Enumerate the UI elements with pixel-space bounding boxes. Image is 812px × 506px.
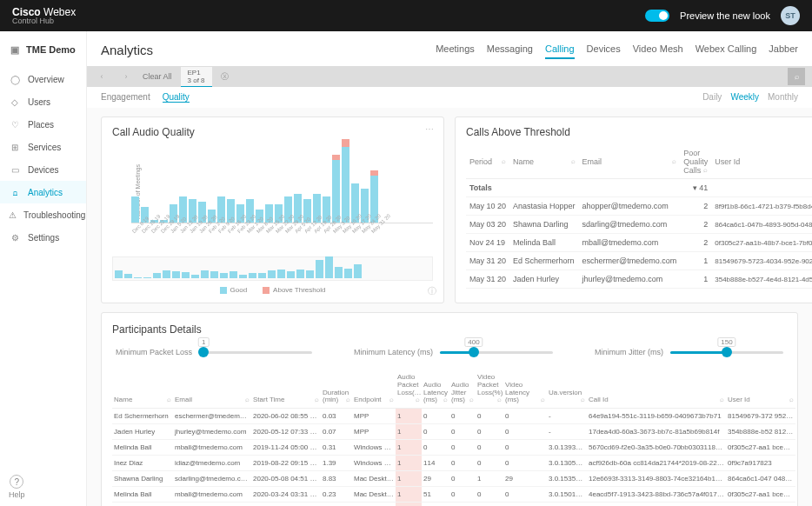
table-row[interactable]: Ed Schermerhorneschermer@tmedemo…2020-06… bbox=[112, 409, 795, 424]
table-row[interactable]: May 03 20Shawna Darlingsdarling@tmedemo.… bbox=[466, 216, 812, 234]
col-header[interactable]: Video Packet Loss(%) ⌕ bbox=[476, 370, 503, 409]
col-header[interactable]: User Id ⌕ bbox=[726, 370, 795, 409]
brand-block: Cisco Webex Control Hub bbox=[12, 6, 76, 25]
col-header[interactable]: Video Latency (ms) ⌕ bbox=[503, 370, 547, 409]
col-header[interactable]: Duration (min) ⌕ bbox=[321, 370, 352, 409]
slider-track[interactable]: 150 bbox=[670, 351, 783, 354]
search-icon[interactable]: ⌕ bbox=[315, 396, 319, 404]
bar[interactable] bbox=[131, 196, 139, 223]
range-daily[interactable]: Daily bbox=[702, 92, 722, 103]
col-header[interactable]: Period⌕ bbox=[466, 145, 509, 179]
table-row[interactable]: Shawna Darlingsdarling@tmedemo.com2020-0… bbox=[112, 503, 795, 506]
slider-track[interactable]: 400 bbox=[440, 351, 553, 354]
sidebar-item-devices[interactable]: ▭Devices bbox=[0, 158, 86, 181]
tab-messaging[interactable]: Messaging bbox=[487, 40, 533, 59]
threshold-table: Period⌕Name⌕Email⌕Poor Quality Calls⌕Use… bbox=[466, 145, 812, 289]
chart-title: Call Audio Quality bbox=[112, 126, 433, 138]
filter-prev-icon[interactable]: ‹ bbox=[94, 72, 110, 81]
chip-remove-icon[interactable]: ⓧ bbox=[221, 71, 229, 83]
search-icon[interactable]: ⌕ bbox=[497, 396, 502, 404]
table-row[interactable]: Nov 24 19Melinda Ballmball@tmedemo.com20… bbox=[466, 234, 812, 252]
col-header[interactable]: Audio Jitter (ms) ⌕ bbox=[449, 370, 476, 409]
preview-label: Preview the new look bbox=[680, 10, 770, 21]
info-icon[interactable]: ⓘ bbox=[428, 285, 436, 297]
col-header[interactable]: Audio Latency (ms) ⌕ bbox=[422, 370, 449, 409]
col-header[interactable]: Endpoint ⌕ bbox=[352, 370, 396, 409]
search-icon[interactable]: ⌕ bbox=[672, 157, 676, 165]
sidebar-item-users[interactable]: ◇Users bbox=[0, 90, 86, 113]
sidebar-item-places[interactable]: ♡Places bbox=[0, 113, 86, 136]
table-row[interactable]: Melinda Ballmball@tmedemo.com2019-11-24 … bbox=[112, 440, 795, 456]
col-header[interactable]: Name ⌕ bbox=[112, 370, 173, 409]
search-icon[interactable]: ⌕ bbox=[389, 396, 394, 404]
col-header[interactable]: Poor Quality Calls⌕ bbox=[680, 145, 711, 179]
search-icon[interactable]: ⌕ bbox=[346, 396, 350, 404]
section-tabs: MeetingsMessagingCallingDevicesVideo Mes… bbox=[436, 40, 798, 59]
search-icon[interactable]: ⌕ bbox=[416, 396, 420, 404]
sidebar-item-services[interactable]: ⊞Services bbox=[0, 136, 86, 158]
card-menu-icon[interactable]: ⋯ bbox=[425, 124, 435, 134]
range-monthly[interactable]: Monthly bbox=[768, 92, 798, 103]
preview-toggle[interactable] bbox=[645, 10, 669, 22]
search-icon[interactable]: ⌕ bbox=[571, 157, 576, 165]
search-icon[interactable]: ⌕ bbox=[541, 396, 545, 404]
col-header[interactable]: Name⌕ bbox=[509, 145, 579, 179]
col-header[interactable]: Call Id ⌕ bbox=[587, 370, 726, 409]
chart-bars[interactable] bbox=[131, 145, 433, 223]
subtab-quality[interactable]: Quality bbox=[163, 92, 190, 103]
help-link[interactable]: ? Help bbox=[9, 475, 25, 499]
tab-meetings[interactable]: Meetings bbox=[436, 40, 475, 59]
search-icon[interactable]: ⌕ bbox=[581, 396, 585, 404]
search-icon[interactable]: ⌕ bbox=[720, 396, 724, 404]
tab-devices[interactable]: Devices bbox=[587, 40, 621, 59]
search-icon[interactable]: ⌕ bbox=[469, 396, 474, 404]
search-icon[interactable]: ⌕ bbox=[502, 157, 506, 165]
table-row[interactable]: May 10 20Anastasia Hopperahopper@tmedemo… bbox=[466, 197, 812, 216]
bar[interactable] bbox=[332, 160, 340, 223]
sidebar-item-analytics[interactable]: ⩍Analytics bbox=[0, 181, 86, 203]
col-header[interactable]: Audio Packet Loss(… ⌕ bbox=[396, 370, 422, 409]
col-header[interactable]: User Id⌕ bbox=[711, 145, 812, 179]
org-name[interactable]: ▣ TME Demo bbox=[0, 40, 86, 68]
search-icon[interactable]: ⌕ bbox=[789, 396, 794, 404]
sidebar: ▣ TME Demo ◯Overview◇Users♡Places⊞Servic… bbox=[0, 31, 87, 506]
table-row[interactable]: Shawna Darlingsdarling@tmedemo.com2020-0… bbox=[112, 471, 795, 487]
col-header[interactable]: Email ⌕ bbox=[173, 370, 251, 409]
col-header[interactable]: Ua.version ⌕ bbox=[547, 370, 587, 409]
search-icon[interactable]: ⌕ bbox=[443, 396, 448, 404]
sidebar-item-overview[interactable]: ◯Overview bbox=[0, 68, 86, 90]
filter-search-icon[interactable]: ⌕ bbox=[788, 68, 805, 85]
bar[interactable] bbox=[342, 147, 349, 223]
subtab-engagement[interactable]: Engagement bbox=[101, 92, 150, 103]
clear-filters[interactable]: Clear All bbox=[143, 72, 172, 81]
sidebar-item-settings[interactable]: ⚙Settings bbox=[0, 226, 86, 249]
slider-track[interactable]: 1 bbox=[199, 351, 312, 354]
table-row[interactable]: Jaden Hurleyjhurley@tmedemo.com2020-05-1… bbox=[112, 424, 795, 440]
tab-jabber[interactable]: Jabber bbox=[769, 40, 798, 59]
sidebar-item-troubleshooting[interactable]: ⚠Troubleshooting bbox=[0, 203, 86, 226]
table-row[interactable]: Melinda Ballmball@tmedemo.com2020-03-24 … bbox=[112, 487, 795, 503]
col-header[interactable]: Start Time ⌕ bbox=[251, 370, 321, 409]
table-row[interactable]: Inez Diazidiaz@tmedemo.com2019-08-22 09:… bbox=[112, 456, 795, 471]
search-icon[interactable]: ⌕ bbox=[703, 166, 708, 174]
search-icon[interactable]: ⌕ bbox=[245, 396, 250, 404]
filter-chip[interactable]: EP13 of 8 bbox=[181, 67, 212, 87]
sidebar-icon: ⚠ bbox=[9, 209, 17, 221]
call-audio-quality-card: ⋯ Call Audio Quality Number of Meetings … bbox=[101, 117, 444, 303]
tab-video-mesh[interactable]: Video Mesh bbox=[633, 40, 683, 59]
help-icon: ? bbox=[10, 475, 23, 489]
legend-above-threshold[interactable]: Above Threshold bbox=[263, 286, 325, 294]
user-avatar[interactable]: ST bbox=[781, 6, 800, 25]
col-header[interactable]: Email⌕ bbox=[579, 145, 681, 179]
chart-overview[interactable] bbox=[112, 256, 433, 281]
range-weekly[interactable]: Weekly bbox=[730, 92, 759, 103]
tab-calling[interactable]: Calling bbox=[545, 40, 575, 59]
filter-next-icon[interactable]: › bbox=[118, 72, 134, 81]
search-icon[interactable]: ⌕ bbox=[167, 396, 171, 404]
tab-webex-calling[interactable]: Webex Calling bbox=[696, 40, 757, 59]
page-title: Analytics bbox=[101, 43, 153, 57]
table-row[interactable]: May 31 20Ed Schermerhorneschermer@tmedem… bbox=[466, 252, 812, 270]
legend-good[interactable]: Good bbox=[220, 286, 248, 294]
table-row[interactable]: May 31 20Jaden Hurleyjhurley@tmedemo.com… bbox=[466, 270, 812, 289]
sidebar-icon: ◇ bbox=[9, 96, 21, 108]
